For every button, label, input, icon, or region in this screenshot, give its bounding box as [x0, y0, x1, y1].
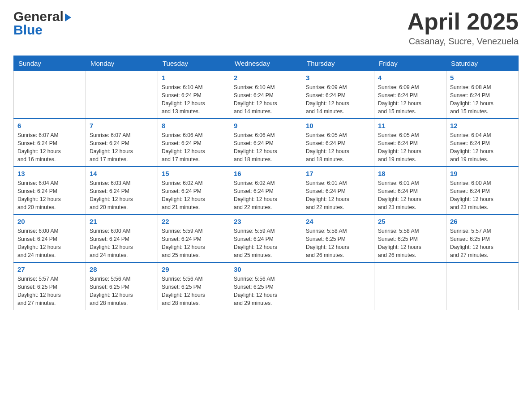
day-number: 22: [162, 218, 226, 225]
calendar-body: 1Sunrise: 6:10 AM Sunset: 6:24 PM Daylig…: [14, 71, 519, 310]
day-info: Sunrise: 5:57 AM Sunset: 6:25 PM Dayligh…: [450, 227, 515, 259]
day-number: 28: [90, 265, 154, 273]
calendar-cell: 23Sunrise: 5:59 AM Sunset: 6:24 PM Dayli…: [230, 214, 302, 262]
day-number: 30: [234, 265, 298, 273]
calendar-cell: 2Sunrise: 6:10 AM Sunset: 6:24 PM Daylig…: [230, 71, 302, 119]
day-info: Sunrise: 6:09 AM Sunset: 6:24 PM Dayligh…: [306, 83, 370, 116]
calendar-cell: 19Sunrise: 6:00 AM Sunset: 6:24 PM Dayli…: [446, 167, 519, 214]
calendar-cell: 7Sunrise: 6:07 AM Sunset: 6:24 PM Daylig…: [86, 119, 158, 167]
day-number: 25: [378, 218, 442, 225]
calendar-cell: 22Sunrise: 5:59 AM Sunset: 6:24 PM Dayli…: [158, 214, 230, 262]
calendar-week-1: 1Sunrise: 6:10 AM Sunset: 6:24 PM Daylig…: [14, 71, 519, 119]
page-title: April 2025: [407, 9, 519, 34]
calendar-week-4: 20Sunrise: 6:00 AM Sunset: 6:24 PM Dayli…: [14, 214, 519, 262]
day-info: Sunrise: 6:01 AM Sunset: 6:24 PM Dayligh…: [378, 179, 442, 211]
day-info: Sunrise: 6:02 AM Sunset: 6:24 PM Dayligh…: [162, 179, 226, 211]
logo-text-general: General: [13, 9, 64, 24]
day-info: Sunrise: 6:10 AM Sunset: 6:24 PM Dayligh…: [162, 83, 226, 116]
calendar-cell: 17Sunrise: 6:01 AM Sunset: 6:24 PM Dayli…: [302, 167, 374, 214]
day-info: Sunrise: 6:00 AM Sunset: 6:24 PM Dayligh…: [90, 227, 154, 259]
day-info: Sunrise: 6:01 AM Sunset: 6:24 PM Dayligh…: [306, 179, 370, 211]
calendar-cell: [374, 262, 446, 310]
day-info: Sunrise: 5:58 AM Sunset: 6:25 PM Dayligh…: [306, 227, 370, 259]
calendar-week-2: 6Sunrise: 6:07 AM Sunset: 6:24 PM Daylig…: [14, 119, 519, 167]
day-info: Sunrise: 5:56 AM Sunset: 6:25 PM Dayligh…: [90, 275, 154, 307]
calendar-cell: [86, 71, 158, 119]
day-number: 24: [306, 218, 370, 225]
title-block: April 2025 Casanay, Sucre, Venezuela: [407, 9, 519, 47]
calendar-week-5: 27Sunrise: 5:57 AM Sunset: 6:25 PM Dayli…: [14, 262, 519, 310]
calendar-cell: 21Sunrise: 6:00 AM Sunset: 6:24 PM Dayli…: [86, 214, 158, 262]
day-info: Sunrise: 5:59 AM Sunset: 6:24 PM Dayligh…: [162, 227, 226, 259]
day-number: 17: [306, 170, 370, 177]
logo-text-blue: Blue: [13, 22, 71, 38]
day-number: 12: [450, 122, 515, 129]
header-thursday: Thursday: [302, 56, 374, 71]
day-info: Sunrise: 6:09 AM Sunset: 6:24 PM Dayligh…: [378, 83, 442, 116]
day-info: Sunrise: 6:05 AM Sunset: 6:24 PM Dayligh…: [378, 131, 442, 163]
day-number: 7: [90, 122, 154, 129]
day-info: Sunrise: 6:03 AM Sunset: 6:24 PM Dayligh…: [90, 179, 154, 211]
calendar-cell: 12Sunrise: 6:04 AM Sunset: 6:24 PM Dayli…: [446, 119, 519, 167]
calendar-cell: 16Sunrise: 6:02 AM Sunset: 6:24 PM Dayli…: [230, 167, 302, 214]
day-number: 9: [234, 122, 298, 129]
day-info: Sunrise: 6:08 AM Sunset: 6:24 PM Dayligh…: [450, 83, 515, 116]
day-info: Sunrise: 6:06 AM Sunset: 6:24 PM Dayligh…: [234, 131, 298, 163]
day-number: 13: [17, 170, 82, 177]
calendar-cell: 14Sunrise: 6:03 AM Sunset: 6:24 PM Dayli…: [86, 167, 158, 214]
day-info: Sunrise: 6:07 AM Sunset: 6:24 PM Dayligh…: [17, 131, 82, 163]
calendar-cell: 1Sunrise: 6:10 AM Sunset: 6:24 PM Daylig…: [158, 71, 230, 119]
day-info: Sunrise: 6:04 AM Sunset: 6:24 PM Dayligh…: [450, 131, 515, 163]
calendar-cell: 13Sunrise: 6:04 AM Sunset: 6:24 PM Dayli…: [14, 167, 86, 214]
day-info: Sunrise: 5:57 AM Sunset: 6:25 PM Dayligh…: [17, 275, 82, 307]
calendar-table: SundayMondayTuesdayWednesdayThursdayFrid…: [13, 56, 519, 310]
calendar-cell: 28Sunrise: 5:56 AM Sunset: 6:25 PM Dayli…: [86, 262, 158, 310]
calendar-cell: 27Sunrise: 5:57 AM Sunset: 6:25 PM Dayli…: [14, 262, 86, 310]
day-number: 16: [234, 170, 298, 177]
day-info: Sunrise: 5:59 AM Sunset: 6:24 PM Dayligh…: [234, 227, 298, 259]
calendar-cell: 6Sunrise: 6:07 AM Sunset: 6:24 PM Daylig…: [14, 119, 86, 167]
calendar-cell: 10Sunrise: 6:05 AM Sunset: 6:24 PM Dayli…: [302, 119, 374, 167]
day-number: 19: [450, 170, 515, 177]
calendar-cell: 15Sunrise: 6:02 AM Sunset: 6:24 PM Dayli…: [158, 167, 230, 214]
calendar-cell: 3Sunrise: 6:09 AM Sunset: 6:24 PM Daylig…: [302, 71, 374, 119]
logo: General Blue: [13, 9, 71, 38]
calendar-cell: 8Sunrise: 6:06 AM Sunset: 6:24 PM Daylig…: [158, 119, 230, 167]
day-number: 6: [17, 122, 82, 129]
day-info: Sunrise: 6:05 AM Sunset: 6:24 PM Dayligh…: [306, 131, 370, 163]
calendar-cell: [302, 262, 374, 310]
day-number: 23: [234, 218, 298, 225]
calendar-cell: 20Sunrise: 6:00 AM Sunset: 6:24 PM Dayli…: [14, 214, 86, 262]
day-number: 5: [450, 74, 515, 81]
day-info: Sunrise: 6:06 AM Sunset: 6:24 PM Dayligh…: [162, 131, 226, 163]
day-number: 27: [17, 265, 82, 273]
calendar-week-3: 13Sunrise: 6:04 AM Sunset: 6:24 PM Dayli…: [14, 167, 519, 214]
logo-arrow-icon: [65, 13, 71, 21]
day-info: Sunrise: 6:00 AM Sunset: 6:24 PM Dayligh…: [450, 179, 515, 211]
calendar-cell: 29Sunrise: 5:56 AM Sunset: 6:25 PM Dayli…: [158, 262, 230, 310]
day-info: Sunrise: 6:00 AM Sunset: 6:24 PM Dayligh…: [17, 227, 82, 259]
day-number: 18: [378, 170, 442, 177]
calendar-cell: 24Sunrise: 5:58 AM Sunset: 6:25 PM Dayli…: [302, 214, 374, 262]
calendar-cell: [14, 71, 86, 119]
day-number: 3: [306, 74, 370, 81]
page-header: General Blue April 2025 Casanay, Sucre, …: [13, 9, 519, 47]
day-info: Sunrise: 5:56 AM Sunset: 6:25 PM Dayligh…: [234, 275, 298, 307]
header-tuesday: Tuesday: [158, 56, 230, 71]
day-number: 11: [378, 122, 442, 129]
day-info: Sunrise: 5:56 AM Sunset: 6:25 PM Dayligh…: [162, 275, 226, 307]
day-number: 21: [90, 218, 154, 225]
day-number: 14: [90, 170, 154, 177]
calendar-cell: 18Sunrise: 6:01 AM Sunset: 6:24 PM Dayli…: [374, 167, 446, 214]
day-number: 1: [162, 74, 226, 81]
calendar-cell: 11Sunrise: 6:05 AM Sunset: 6:24 PM Dayli…: [374, 119, 446, 167]
day-info: Sunrise: 6:02 AM Sunset: 6:24 PM Dayligh…: [234, 179, 298, 211]
day-info: Sunrise: 6:04 AM Sunset: 6:24 PM Dayligh…: [17, 179, 82, 211]
day-number: 26: [450, 218, 515, 225]
day-number: 4: [378, 74, 442, 81]
header-wednesday: Wednesday: [230, 56, 302, 71]
calendar-cell: 26Sunrise: 5:57 AM Sunset: 6:25 PM Dayli…: [446, 214, 519, 262]
calendar-cell: 9Sunrise: 6:06 AM Sunset: 6:24 PM Daylig…: [230, 119, 302, 167]
day-number: 10: [306, 122, 370, 129]
calendar-cell: 5Sunrise: 6:08 AM Sunset: 6:24 PM Daylig…: [446, 71, 519, 119]
